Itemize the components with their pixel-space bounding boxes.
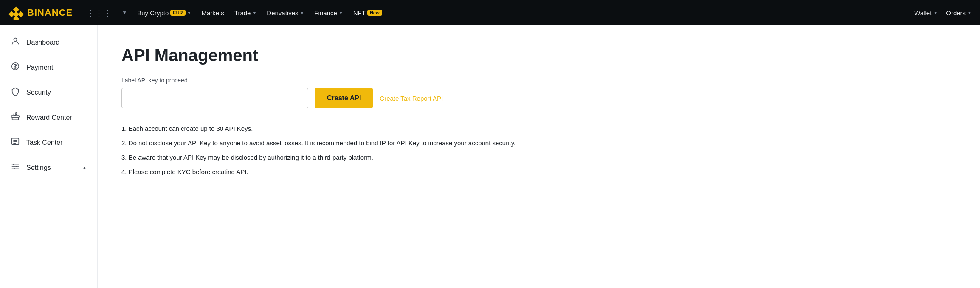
shield-icon — [10, 87, 20, 98]
info-list-item: 3. Be aware that your API Key may be dis… — [121, 152, 956, 163]
nav-markets[interactable]: Markets — [201, 9, 224, 17]
svg-rect-8 — [12, 117, 19, 120]
task-center-label: Task Center — [26, 139, 62, 147]
info-list-item: 2. Do not disclose your API Key to anyon… — [121, 138, 956, 148]
nav-orders[interactable]: Orders ▼ — [946, 9, 972, 17]
svg-point-5 — [14, 38, 17, 41]
nav-wallet[interactable]: Wallet ▼ — [914, 9, 938, 17]
svg-point-18 — [14, 168, 15, 169]
derivatives-chevron: ▼ — [300, 11, 304, 15]
api-key-input[interactable] — [121, 88, 308, 108]
info-list: 1. Each account can create up to 30 API … — [121, 124, 956, 177]
nav-buy-crypto[interactable]: Buy Crypto EUR ▼ — [137, 9, 191, 17]
nav-finance[interactable]: Finance ▼ — [314, 9, 343, 17]
main-content: API Management Label API key to proceed … — [98, 25, 980, 288]
sidebar-item-payment[interactable]: Payment — [0, 55, 97, 80]
svg-point-17 — [16, 166, 17, 167]
api-input-label: Label API key to proceed — [121, 77, 956, 84]
nav-derivatives[interactable]: Derivatives ▼ — [267, 9, 304, 17]
reward-icon — [10, 112, 20, 123]
logo[interactable]: BINANCE — [8, 5, 73, 20]
nav-divider-arrow: ▼ — [122, 10, 127, 16]
security-label: Security — [26, 89, 51, 96]
svg-marker-4 — [13, 11, 19, 17]
page-title: API Management — [121, 46, 956, 65]
buy-crypto-chevron: ▼ — [187, 11, 191, 15]
settings-label: Settings — [26, 164, 51, 172]
trade-chevron: ▼ — [252, 11, 256, 15]
info-list-item: 1. Each account can create up to 30 API … — [121, 124, 956, 134]
nft-badge: New — [367, 10, 382, 16]
sidebar-item-task-center[interactable]: Task Center — [0, 130, 97, 155]
nav-nft[interactable]: NFT New — [353, 9, 382, 17]
sidebar-item-security[interactable]: Security — [0, 80, 97, 105]
logo-text: BINANCE — [27, 7, 73, 18]
dashboard-label: Dashboard — [26, 39, 59, 46]
create-api-button[interactable]: Create API — [315, 88, 373, 108]
api-input-row: Create API Create Tax Report API — [121, 88, 956, 108]
nav-trade[interactable]: Trade ▼ — [234, 9, 257, 17]
topnav-right: Wallet ▼ Orders ▼ — [914, 9, 972, 17]
create-tax-report-link[interactable]: Create Tax Report API — [380, 95, 443, 102]
settings-left: Settings — [10, 162, 51, 173]
grid-icon[interactable]: ⋮⋮⋮ — [86, 8, 112, 18]
reward-center-label: Reward Center — [26, 114, 72, 121]
task-icon — [10, 137, 20, 148]
settings-expand-icon: ▲ — [82, 165, 87, 171]
layout: Dashboard Payment Security — [0, 25, 980, 288]
user-icon — [10, 37, 20, 48]
eur-badge: EUR — [170, 10, 185, 16]
info-list-item: 4. Please complete KYC before creating A… — [121, 167, 956, 177]
svg-point-16 — [13, 164, 14, 165]
sidebar-item-reward-center[interactable]: Reward Center — [0, 105, 97, 130]
topnav: BINANCE ⋮⋮⋮ ▼ Buy Crypto EUR ▼ Markets T… — [0, 0, 980, 25]
wallet-chevron: ▼ — [933, 11, 938, 15]
settings-icon — [10, 162, 20, 173]
finance-chevron: ▼ — [339, 11, 343, 15]
sidebar: Dashboard Payment Security — [0, 25, 98, 288]
payment-label: Payment — [26, 64, 53, 71]
orders-chevron: ▼ — [967, 11, 972, 15]
sidebar-item-settings[interactable]: Settings ▲ — [0, 155, 97, 180]
payment-icon — [10, 62, 20, 73]
sidebar-item-dashboard[interactable]: Dashboard — [0, 30, 97, 55]
